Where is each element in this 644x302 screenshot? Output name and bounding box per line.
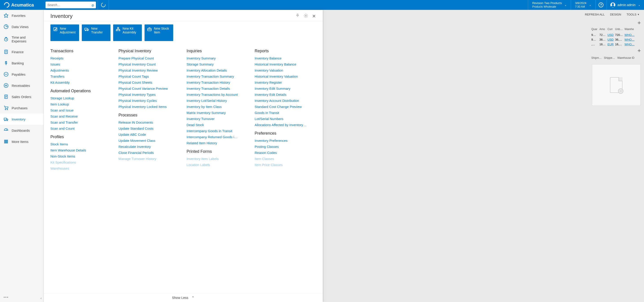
user-label: admin admin (618, 3, 636, 7)
search-box[interactable]: ⌕ (46, 2, 96, 8)
brand-logo[interactable]: Acumatica (0, 0, 44, 10)
timer-button[interactable] (98, 0, 109, 10)
date-label: 3/8/2024 (575, 1, 586, 5)
chevron-down-icon: ⌄ (589, 3, 591, 7)
search-icon[interactable]: ⌕ (92, 3, 94, 8)
time-label: 7:30 AM (575, 5, 586, 9)
help-button[interactable]: ? (596, 0, 606, 10)
chevron-down-icon: ⌄ (564, 3, 567, 7)
user-icon (610, 3, 615, 8)
search-container: ⌕ (44, 0, 98, 10)
help-icon: ? (598, 3, 604, 8)
user-menu[interactable]: admin admin ⌄ (606, 0, 644, 10)
brand-name: Acumatica (11, 3, 34, 8)
logo-icon (3, 1, 10, 9)
tenant-sub: Products Wholesale (532, 5, 562, 9)
search-input[interactable] (47, 3, 92, 7)
tenant-name: Revision Two Products (532, 1, 562, 5)
tenant-selector[interactable]: Revision Two Products Products Wholesale… (528, 0, 571, 10)
business-date[interactable]: 3/8/2024 7:30 AM ⌄ (571, 0, 596, 10)
timer-icon (100, 2, 106, 8)
chevron-down-icon: ⌄ (638, 3, 640, 7)
top-bar: Acumatica ⌕ Revision Two Products Produc… (0, 0, 644, 10)
